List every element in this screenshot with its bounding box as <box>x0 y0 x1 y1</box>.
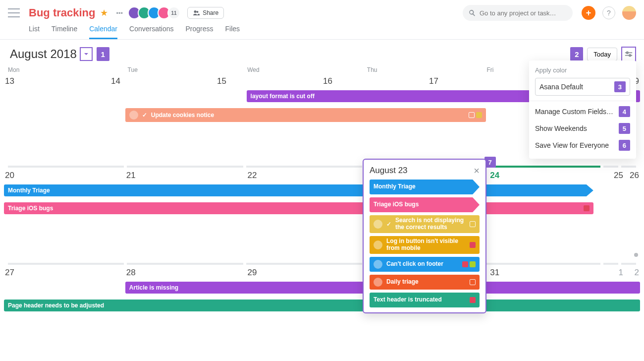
popup-task-label: Log in button isn't visible from mobile <box>386 238 466 252</box>
day-popup-title: August 23 <box>370 166 408 176</box>
popup-task-label: Triage iOS bugs <box>374 201 476 208</box>
menu-icon[interactable] <box>8 8 20 17</box>
show-weekends-option[interactable]: Show Weekends 5 <box>535 120 630 137</box>
tag-icon <box>470 297 476 303</box>
current-user-avatar[interactable] <box>622 6 636 20</box>
month-picker-button[interactable] <box>80 47 93 61</box>
task-bar-triage-ios[interactable]: Triage iOS bugs <box>4 202 593 214</box>
tab-list[interactable]: List <box>29 25 40 39</box>
callout-3: 3 <box>614 81 626 92</box>
tag-icon <box>470 279 476 285</box>
member-overflow-count[interactable]: 11 <box>167 6 180 19</box>
popup-task-label: Monthly Triage <box>374 183 476 190</box>
daynum: 15 <box>217 76 226 86</box>
add-button[interactable]: + <box>582 6 595 20</box>
dayname-mon: Mon <box>8 66 128 73</box>
star-icon[interactable]: ★ <box>100 7 108 18</box>
tab-timeline[interactable]: Timeline <box>52 25 77 39</box>
day-detail-popup: August 23 × Monthly Triage Triage iOS bu… <box>363 159 486 313</box>
daynum: 17 <box>429 76 438 86</box>
task-bar-cookies[interactable]: ✓ Update cookies notice <box>125 108 486 122</box>
task-bar-page-header[interactable]: Page header needs to be adjusted <box>4 300 640 311</box>
manage-custom-fields-option[interactable]: Manage Custom Fields… 4 <box>535 103 630 120</box>
popup-task-label: Search is not displaying the correct res… <box>395 217 466 231</box>
today-button[interactable]: Today <box>587 48 617 61</box>
more-icon[interactable]: ••• <box>113 9 126 17</box>
help-button[interactable]: ? <box>602 6 615 19</box>
color-select-value: Asana Default <box>539 83 583 91</box>
search-input[interactable] <box>480 9 567 17</box>
project-tabs: List Timeline Calendar Conversations Pro… <box>0 21 644 40</box>
daynum: 22 <box>248 171 257 180</box>
assignee-avatar <box>374 260 382 269</box>
popup-task-triageios[interactable]: Triage iOS bugs <box>370 197 480 212</box>
opt-manage-label: Manage Custom Fields… <box>535 108 613 116</box>
daynum: 27 <box>5 268 14 278</box>
task-bar-monthly-triage[interactable]: Monthly Triage <box>4 184 593 196</box>
tag-icon <box>470 242 476 248</box>
tag-icon <box>476 112 482 118</box>
member-avatars[interactable]: 11 <box>131 6 180 20</box>
callout-4: 4 <box>619 106 630 117</box>
daynum: 20 <box>5 171 14 180</box>
task-bar-label: layout format is cut off <box>251 93 315 100</box>
calendar-settings-popup: Apply color Asana Default 3 Manage Custo… <box>529 60 636 159</box>
color-select[interactable]: Asana Default 3 <box>535 78 630 96</box>
daynum: 28 <box>126 268 136 278</box>
apply-color-label: Apply color <box>535 66 630 74</box>
save-view-option[interactable]: Save View for Everyone 6 <box>535 137 630 154</box>
assignee-avatar <box>129 111 138 120</box>
popup-task-footer[interactable]: Can't click on footer <box>370 257 480 272</box>
dayname-wed: Wed <box>247 66 367 73</box>
opt-weekends-label: Show Weekends <box>535 124 587 132</box>
assignee-avatar <box>374 241 382 249</box>
share-button[interactable]: Share <box>187 7 224 19</box>
task-bar-label: Page header needs to be adjusted <box>8 302 104 309</box>
assignee-avatar <box>374 278 382 287</box>
check-icon: ✓ <box>142 112 147 119</box>
tab-conversations[interactable]: Conversations <box>129 25 174 39</box>
daynum: 13 <box>5 76 14 86</box>
search-field[interactable] <box>463 5 573 21</box>
people-icon <box>193 10 200 16</box>
month-title: August 2018 <box>10 47 77 61</box>
callout-2: 2 <box>570 47 583 61</box>
tab-progress[interactable]: Progress <box>186 25 214 39</box>
tag-icon <box>462 261 468 267</box>
task-bar-label: Triage iOS bugs <box>8 205 53 212</box>
assignee-avatar <box>374 220 382 229</box>
share-label: Share <box>203 9 218 16</box>
tag-icon <box>470 221 476 227</box>
check-icon: ✓ <box>386 221 391 228</box>
header-bar: Bug tracking ★ ••• 11 Share + ? <box>0 0 644 21</box>
task-bar-label: Update cookies notice <box>151 112 214 119</box>
daynum: 25 <box>614 171 623 180</box>
tab-files[interactable]: Files <box>225 25 240 39</box>
popup-task-login[interactable]: Log in button isn't visible from mobile <box>370 236 480 254</box>
popup-task-monthly[interactable]: Monthly Triage <box>370 180 480 194</box>
callout-6: 6 <box>619 140 630 151</box>
tag-icon <box>469 112 475 118</box>
daynum-today: 24 <box>490 171 499 180</box>
popup-task-label: Text header is truncated <box>374 297 466 303</box>
tab-calendar[interactable]: Calendar <box>89 25 117 39</box>
popup-task-daily[interactable]: Daily triage <box>370 275 480 290</box>
task-bar-label: Monthly Triage <box>8 187 50 194</box>
task-bar-label: Article is missing <box>129 284 178 291</box>
popup-task-textheader[interactable]: Text header is truncated <box>370 293 480 307</box>
calendar-settings-button[interactable] <box>621 47 636 61</box>
daynum: 2 <box>635 268 639 278</box>
popup-task-label: Can't click on footer <box>386 261 458 268</box>
popup-task-search[interactable]: ✓ Search is not displaying the correct r… <box>370 215 480 233</box>
daynum: 16 <box>323 76 332 86</box>
close-icon[interactable]: × <box>474 166 480 176</box>
calendar-row-3: 27 28 29 31 1 2 Article is missing Page … <box>4 265 640 350</box>
daynum: 21 <box>126 171 136 180</box>
project-title: Bug tracking <box>29 6 95 19</box>
tag-icon <box>584 205 590 211</box>
daynum: 31 <box>490 268 499 278</box>
callout-1: 1 <box>97 47 109 61</box>
opt-save-label: Save View for Everyone <box>535 141 609 149</box>
daynum: 1 <box>619 268 623 278</box>
calendar-row-2: 20 21 22 24 25 26 Monthly Triage Triage … <box>4 168 640 263</box>
